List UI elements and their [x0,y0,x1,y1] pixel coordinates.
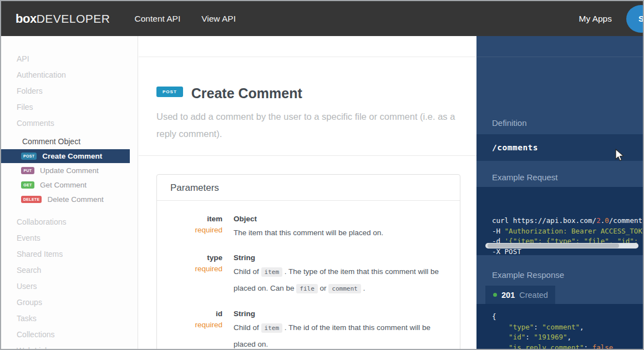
response-code-line-1: { [492,312,643,322]
signup-button-label: S [638,14,644,23]
param-description: Child of item . The id of the item that … [234,319,447,349]
sidebar-item-comment-object[interactable]: Comment Object [1,134,138,149]
code-token: "type" [509,323,534,331]
post-method-badge: POST [156,87,183,97]
sidebar-item-search[interactable]: Search [1,262,138,278]
nav-link-content-api[interactable]: Content API [135,14,181,24]
param-required-flag: required [157,319,222,331]
code-token: : [534,323,542,331]
code-token: 0 [605,216,609,225]
example-response-code: { "type": "comment", "id": "191969", "is… [476,304,643,349]
sidebar-item-label: Delete Comment [47,195,103,204]
sidebar-item-web-links[interactable]: Web Links [1,343,138,349]
param-row-item: itemrequiredObjectThe item that this com… [157,214,447,241]
sidebar-item-delete-comment[interactable]: DELETEDelete Comment [1,192,138,206]
param-required-flag: required [157,225,222,236]
param-type: String [234,308,447,319]
endpoint-description: Used to add a comment by the user to a s… [156,108,467,143]
code-token: "comment" [542,323,580,331]
example-request-code: curl https://api.box.com/2.0/comments \-… [476,187,643,255]
param-name: id [157,308,222,319]
response-status-tab[interactable]: 201 Created [485,286,555,304]
scrollbar-thumb[interactable] [488,244,619,248]
param-name: type [157,252,222,263]
main-content: POSTCreate Comment Used to add a comment… [139,36,476,349]
page-title: Create Comment [191,85,302,102]
example-request-label: Example Request [492,173,557,182]
code-token: false [592,343,613,349]
sidebar-item-api[interactable]: API [1,51,138,67]
logo-developer-text: DEVELOPER [37,12,110,25]
param-name-col: typerequired [157,252,222,297]
code-token: , [567,333,572,341]
logo-box-text: box [16,12,37,26]
sidebar-item-files[interactable]: Files [1,99,138,115]
sidebar-item-tasks[interactable]: Tasks [1,311,138,327]
parameters-card: Parameters itemrequiredObjectThe item th… [156,174,460,349]
code-token: curl https://api.box.com/ [492,216,596,225]
param-name-col: idrequired [157,308,222,349]
parameters-card-title: Parameters [157,175,460,201]
code-token [492,333,509,341]
nav-links: Content API View API [135,14,236,24]
box-developer-logo[interactable]: boxDEVELOPER [16,12,110,26]
code-token: , [613,343,617,349]
inline-code-chip: comment [328,284,361,293]
param-detail-col: StringChild of item . The type of the it… [234,252,447,297]
code-token: : [584,343,592,349]
signup-button[interactable]: S [626,5,644,33]
code-token: "Authorization: Bearer ACCESS_TOKEN" [505,227,643,235]
code-token: "id" [509,333,525,341]
my-apps-link[interactable]: My Apps [579,14,612,24]
sidebar-item-users[interactable]: Users [1,278,138,295]
sidebar-item-label: Create Comment [42,152,102,160]
sidebar-item-create-comment[interactable]: POSTCreate Comment [1,149,130,163]
sidebar-item-comments[interactable]: Comments [1,115,138,131]
sidebar-item-events[interactable]: Events [1,230,138,246]
param-detail-col: StringChild of item . The id of the item… [234,308,447,349]
content-top-divider [139,57,476,57]
response-code-line-4: "is_reply_comment": false, [492,343,643,349]
param-type: String [234,252,447,263]
status-code: 201 [501,291,515,300]
code-token [492,323,509,331]
sidebar-item-shared-items[interactable]: Shared Items [1,246,138,262]
put-method-badge: PUT [21,167,34,174]
sidebar-item-collections[interactable]: Collections [1,327,138,343]
definition-label: Definition [492,118,527,128]
param-description: Child of item . The type of the item tha… [234,263,447,297]
endpoint-header: POSTCreate Comment Used to add a comment… [156,85,465,143]
status-text: Created [519,291,548,300]
post-method-badge: POST [21,153,37,160]
inline-code-chip: item [261,323,283,333]
sidebar-item-get-comment[interactable]: GETGet Comment [1,177,138,192]
code-token: -H [492,227,505,235]
sidebar-item-collaborations[interactable]: Collaborations [1,214,138,230]
sidebar-list: APIAuthenticationFoldersFilesCommentsCom… [1,51,138,349]
sidebar-item-authentication[interactable]: Authentication [1,67,138,83]
code-token: { [492,312,496,321]
panel-top-divider [476,57,643,57]
code-token: "is_reply_comment" [509,343,584,349]
box-developer-docs-page: boxDEVELOPER Content API View API My App… [0,0,644,350]
param-description-text: or [318,284,329,292]
sidebar-item-label: Get Comment [40,181,87,189]
request-code-line-2: -H "Authorization: Bearer ACCESS_TOKEN" [492,226,643,237]
param-name: item [157,214,222,225]
sidebar-nav: APIAuthenticationFoldersFilesCommentsCom… [1,36,138,349]
sidebar-item-groups[interactable]: Groups [1,295,138,311]
nav-link-view-api[interactable]: View API [201,14,236,24]
param-description-text: Child of [234,267,261,276]
param-required-flag: required [157,263,222,275]
definition-path: /comments [476,134,643,161]
response-code-line-3: "id": "191969", [492,332,643,343]
sidebar-item-update-comment[interactable]: PUTUpdate Comment [1,163,138,177]
code-token: /comments \ [609,216,643,225]
sidebar-item-folders[interactable]: Folders [1,83,138,99]
code-horizontal-scrollbar[interactable] [485,243,638,248]
code-token: 2 [596,216,601,225]
code-token: , [580,323,584,331]
parameter-rows: itemrequiredObjectThe item that this com… [157,201,460,349]
status-success-dot-icon [493,293,497,297]
param-row-type: typerequiredStringChild of item . The ty… [157,252,447,297]
